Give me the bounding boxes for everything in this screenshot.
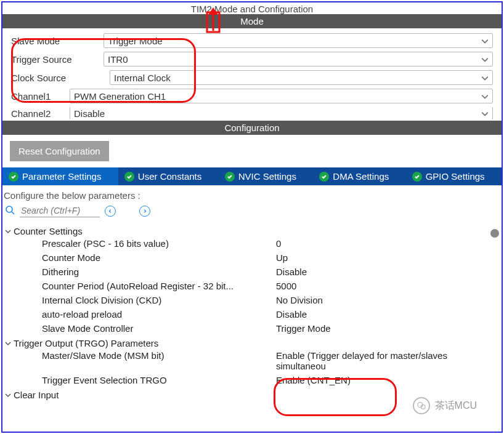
chevron-down-icon [481, 73, 489, 84]
channel2-label: Channel2 [11, 108, 70, 119]
check-icon [9, 172, 18, 182]
tab-nvic-settings[interactable]: NVIC Settings [219, 167, 314, 185]
mode-section: Slave Mode Trigger Mode Trigger Source I… [2, 28, 502, 119]
chevron-down-icon [5, 390, 11, 400]
wechat-icon [413, 397, 430, 414]
param-row[interactable]: auto-reload preloadDisable [5, 307, 499, 321]
param-value: Trigger Mode [276, 323, 499, 334]
svg-point-0 [6, 206, 12, 212]
param-name: Counter Period (AutoReload Register - 32… [42, 281, 276, 291]
param-row[interactable]: Slave Mode ControllerTrigger Mode [5, 321, 499, 336]
channel1-value: PWM Generation CH1 [74, 91, 166, 102]
configuration-band: Configuration [2, 121, 502, 135]
search-icon[interactable] [5, 205, 15, 217]
tab-user-constants[interactable]: User Constants [118, 167, 219, 185]
tab-label: User Constants [138, 171, 201, 182]
slave-mode-select[interactable]: Trigger Mode [104, 33, 493, 48]
param-name: Trigger Event Selection TRGO [42, 375, 276, 385]
clock-source-value: Internal Clock [114, 73, 171, 83]
chevron-down-icon [481, 109, 489, 119]
tab-label: GPIO Settings [426, 171, 485, 182]
check-icon [225, 172, 235, 182]
chevron-down-icon [481, 92, 489, 102]
page-title: TIM2 Mode and Configuration [2, 2, 502, 14]
channel2-value: Disable [74, 108, 105, 119]
channel2-select[interactable]: Disable [70, 107, 493, 119]
clock-source-label: Clock Source [11, 73, 110, 83]
tab-label: NVIC Settings [238, 171, 296, 182]
param-row[interactable]: Counter ModeUp [5, 251, 499, 265]
param-name: Dithering [42, 267, 276, 277]
param-name: Master/Slave Mode (MSM bit) [42, 350, 276, 371]
clock-source-select[interactable]: Internal Clock [110, 70, 493, 85]
param-value: Disable [276, 267, 499, 277]
channel1-select[interactable]: PWM Generation CH1 [70, 89, 493, 103]
param-value: Enable (CNT_EN) [276, 375, 499, 385]
channel1-label: Channel1 [11, 91, 70, 102]
check-icon [412, 172, 422, 182]
tab-gpio-settings[interactable]: GPIO Settings [406, 167, 502, 185]
param-row[interactable]: DitheringDisable [5, 265, 499, 279]
tab-label: DMA Settings [333, 171, 389, 182]
param-row[interactable]: Prescaler (PSC - 16 bits value)0 [5, 236, 499, 251]
param-row[interactable]: Master/Slave Mode (MSM bit)Enable (Trigg… [5, 348, 499, 373]
group-counter-settings[interactable]: Counter Settings [5, 226, 499, 236]
param-row[interactable]: Counter Period (AutoReload Register - 32… [5, 279, 499, 293]
param-name: Slave Mode Controller [42, 323, 276, 334]
group-title: Clear Input [14, 390, 59, 400]
group-title: Counter Settings [14, 226, 83, 236]
previous-match-button[interactable] [105, 206, 116, 217]
param-row[interactable]: Trigger Event Selection TRGOEnable (CNT_… [5, 373, 499, 387]
group-title: Trigger Output (TRGO) Parameters [14, 338, 158, 348]
tab-dma-settings[interactable]: DMA Settings [313, 167, 405, 185]
slave-mode-label: Slave Mode [11, 36, 104, 46]
param-name: Internal Clock Division (CKD) [42, 295, 276, 305]
chevron-down-icon [481, 55, 489, 65]
param-name: Counter Mode [42, 252, 276, 263]
param-name: auto-reload preload [42, 309, 276, 319]
next-match-button[interactable] [139, 206, 150, 217]
watermark: 茶话MCU [413, 397, 477, 414]
param-value: 5000 [276, 281, 499, 291]
param-value: No Division [276, 295, 499, 305]
trigger-source-value: ITR0 [108, 54, 128, 65]
tabs-bar: Parameter Settings User Constants NVIC S… [2, 167, 502, 185]
mode-band: Mode [2, 14, 502, 28]
param-value: Up [276, 252, 499, 263]
check-icon [124, 172, 134, 182]
group-trgo-parameters[interactable]: Trigger Output (TRGO) Parameters [5, 338, 499, 348]
parameter-tree: Counter Settings Prescaler (PSC - 16 bit… [2, 226, 502, 403]
param-value: 0 [276, 238, 499, 249]
param-value: Enable (Trigger delayed for master/slave… [276, 350, 499, 371]
configure-instruction: Configure the below parameters : [2, 185, 502, 203]
chevron-down-icon [5, 338, 11, 348]
watermark-text: 茶话MCU [435, 400, 477, 412]
chevron-down-icon [5, 226, 11, 236]
tab-parameter-settings[interactable]: Parameter Settings [2, 167, 118, 185]
tab-label: Parameter Settings [22, 171, 101, 182]
chevron-down-icon [481, 36, 489, 47]
reset-configuration-button[interactable]: Reset Configuration [10, 141, 109, 161]
svg-line-1 [12, 212, 14, 214]
trigger-source-label: Trigger Source [11, 54, 104, 65]
slave-mode-value: Trigger Mode [108, 36, 163, 46]
param-name: Prescaler (PSC - 16 bits value) [42, 238, 276, 249]
search-input[interactable] [20, 204, 100, 217]
check-icon [319, 172, 329, 182]
trigger-source-select[interactable]: ITR0 [104, 52, 493, 66]
param-value: Disable [276, 309, 499, 319]
param-row[interactable]: Internal Clock Division (CKD)No Division [5, 293, 499, 307]
scrollbar-hint-icon [490, 229, 499, 238]
